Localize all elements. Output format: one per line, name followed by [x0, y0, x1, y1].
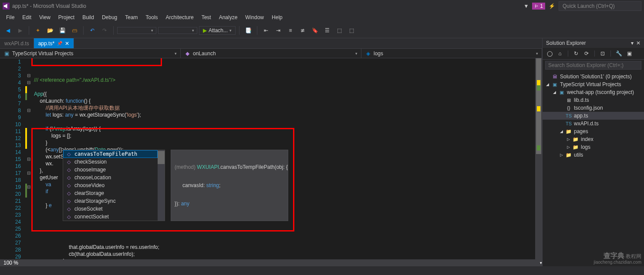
menu-project[interactable]: Project — [55, 13, 78, 22]
tab-wxAPI-d-ts[interactable]: wxAPI.d.ts — [0, 38, 34, 48]
solution-search[interactable] — [543, 60, 644, 71]
comment-icon[interactable]: ≡ — [285, 25, 296, 36]
menu-test[interactable]: Test — [198, 13, 215, 22]
back-icon[interactable]: ◀ — [3, 25, 13, 36]
menu-debug[interactable]: Debug — [98, 13, 121, 22]
field-icon: ◈ — [365, 50, 371, 57]
feedback-icon[interactable]: ⚡ — [549, 3, 555, 9]
menu-architecture[interactable]: Architecture — [162, 13, 197, 22]
showall-icon[interactable]: ▣ — [625, 49, 634, 58]
menu-help[interactable]: Help — [268, 13, 286, 22]
new-project-icon[interactable]: ✦ — [33, 25, 43, 36]
code-editor[interactable]: 1234567891011121314151617181920212223242… — [0, 58, 542, 259]
expand-icon[interactable]: ▷ — [566, 145, 570, 149]
collapse-icon[interactable]: ⊡ — [598, 49, 607, 58]
menu-team[interactable]: Team — [121, 13, 141, 22]
close-icon[interactable]: ✕ — [65, 40, 69, 47]
menu-window[interactable]: Window — [242, 13, 267, 22]
nav-field-dropdown[interactable]: ◈ logs ▾ — [361, 49, 542, 58]
intellisense-item[interactable]: ◇checkSession — [63, 158, 158, 166]
solution-explorer: Solution Explorer ▾ ✕ ◯ ⌂ ↻ ⟳ ⊡ 🔧 ▣ 🏛Sol… — [542, 38, 644, 266]
indent-icon[interactable]: ⇥ — [273, 25, 283, 36]
menu-view[interactable]: View — [36, 13, 54, 22]
tree-item[interactable]: ⊞lib.d.ts — [543, 96, 644, 104]
panel-close-icon[interactable]: ✕ — [636, 40, 641, 46]
ts-icon: TS — [565, 120, 572, 127]
intellisense-item[interactable]: ◇clearStorage — [63, 189, 158, 197]
expand-icon[interactable]: ◢ — [545, 82, 550, 87]
proj-icon: ▣ — [558, 89, 565, 96]
toolbar-btn-2[interactable]: ☰ — [322, 25, 332, 36]
toolbar-btn-4[interactable]: ⬚ — [346, 25, 357, 36]
back-nav-icon[interactable]: ◯ — [545, 49, 554, 58]
filter-icon[interactable]: ▼ — [523, 3, 529, 9]
quick-launch-input[interactable]: Quick Launch (Ctrl+Q) — [559, 1, 641, 11]
editor-hscrollbar[interactable]: 100 % ▾ — [0, 259, 542, 266]
config-dropdown[interactable]: ▾ — [117, 27, 156, 34]
tree-item[interactable]: TSwxAPI.d.ts — [543, 120, 644, 127]
tree-item[interactable]: {}tsconfig.json — [543, 104, 644, 112]
method-icon: ◇ — [66, 151, 72, 157]
solution-tree[interactable]: 🏛Solution 'Solution1' (0 projects)◢▣Type… — [543, 71, 644, 266]
intellisense-item[interactable]: ◇ — [63, 150, 158, 158]
redo-icon[interactable]: ↷ — [99, 25, 110, 36]
expand-icon[interactable]: ▷ — [559, 153, 563, 157]
solution-toolbar: ◯ ⌂ ↻ ⟳ ⊡ 🔧 ▣ — [543, 48, 644, 60]
sync-icon[interactable]: ↻ — [572, 49, 580, 58]
nav-func-dropdown[interactable]: ◆ onLaunch ▾ — [181, 49, 361, 58]
tree-item[interactable]: ▷📁index — [543, 135, 644, 143]
home-icon[interactable]: ⌂ — [556, 49, 564, 58]
method-icon: ◇ — [66, 182, 72, 188]
tree-item[interactable]: ◢▣wechat-app (tsconfig project) — [543, 88, 644, 96]
properties-icon[interactable]: 🔧 — [614, 49, 623, 58]
intellisense-popup[interactable]: ◇◇checkSession◇chooseImage◇chooseLocatio… — [63, 150, 165, 221]
intellisense-item[interactable]: ◇closeSocket — [63, 205, 158, 213]
menu-tools[interactable]: Tools — [142, 13, 162, 22]
nav-func-label: onLaunch — [193, 50, 216, 57]
open-icon[interactable]: 📂 — [45, 25, 55, 36]
tree-item[interactable]: TSapp.ts — [543, 112, 644, 120]
intellisense-item[interactable]: ◇chooseLocation — [63, 174, 158, 181]
menu-analyze[interactable]: Analyze — [216, 13, 241, 22]
intellisense-item[interactable]: ◇connectSocket — [63, 213, 158, 221]
undo-icon[interactable]: ↶ — [87, 25, 98, 36]
intellisense-item[interactable]: ◇clearStorageSync — [63, 197, 158, 205]
tree-item[interactable]: 🏛Solution 'Solution1' (0 projects) — [543, 73, 644, 80]
intellisense-item[interactable]: ◇chooseImage — [63, 166, 158, 174]
refresh-icon[interactable]: ⟳ — [582, 49, 591, 58]
uncomment-icon[interactable]: ≢ — [297, 25, 308, 36]
expand-icon[interactable]: ◢ — [559, 129, 563, 134]
menu-edit[interactable]: Edit — [19, 13, 35, 22]
bookmark-icon[interactable]: 🔖 — [310, 25, 320, 36]
tab-app-ts-[interactable]: app.ts*📌✕ — [34, 38, 74, 48]
forward-icon[interactable]: ▶ — [15, 25, 25, 36]
panel-dropdown-icon[interactable]: ▾ — [631, 40, 634, 46]
expand-icon[interactable]: ◢ — [552, 90, 556, 94]
editor-tabstrip: wxAPI.d.tsapp.ts*📌✕ — [0, 38, 542, 49]
platform-dropdown[interactable]: ▾ — [158, 27, 197, 34]
intellisense-item[interactable]: ◇chooseVideo — [63, 181, 158, 189]
tree-item[interactable]: ◢▣TypeScript Virtual Projects — [543, 80, 644, 88]
attach-button[interactable]: ▶ Attach... ▾ — [199, 26, 236, 35]
tree-item[interactable]: ▷📁logs — [543, 143, 644, 151]
menu-build[interactable]: Build — [79, 13, 98, 22]
proj-icon: ▣ — [551, 81, 558, 88]
solution-explorer-header[interactable]: Solution Explorer ▾ ✕ — [543, 38, 644, 48]
menu-file[interactable]: File — [3, 13, 18, 22]
nav-scope-dropdown[interactable]: ▣ TypeScript Virtual Projects ▾ — [0, 49, 181, 58]
toolbar-btn-1[interactable]: 📑 — [243, 25, 253, 36]
save-all-icon[interactable]: 🗃 — [69, 25, 80, 36]
tree-item[interactable]: ◢📁pages — [543, 127, 644, 135]
tree-item[interactable]: ▷📁utils — [543, 151, 644, 159]
solution-search-input[interactable] — [545, 61, 641, 70]
outdent-icon[interactable]: ⇤ — [261, 25, 271, 36]
save-icon[interactable]: 💾 — [57, 25, 67, 36]
expand-icon[interactable]: ▷ — [566, 137, 570, 141]
zoom-level[interactable]: 100 % — [0, 260, 22, 266]
toolbar-btn-3[interactable]: ⬚ — [334, 25, 344, 36]
pin-icon[interactable]: 📌 — [57, 41, 62, 46]
intellisense-scrollbar[interactable] — [158, 150, 165, 221]
editor-vscrollbar[interactable] — [535, 58, 542, 259]
intellisense-input[interactable] — [74, 151, 155, 157]
notification-badge[interactable]: 🏳 1 — [532, 3, 545, 10]
